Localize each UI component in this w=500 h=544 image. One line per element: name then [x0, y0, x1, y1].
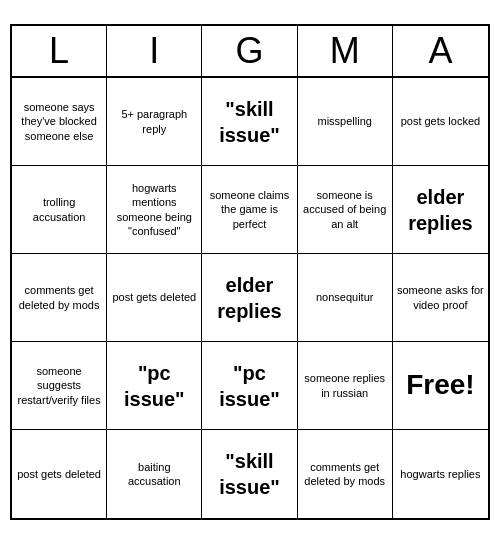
bingo-cell-22: "skill issue" — [202, 430, 297, 518]
bingo-cell-3: misspelling — [298, 78, 393, 166]
header-letter-l: L — [12, 26, 107, 76]
bingo-cell-5: trolling accusation — [12, 166, 107, 254]
bingo-cell-2: "skill issue" — [202, 78, 297, 166]
bingo-cell-0: someone says they've blocked someone els… — [12, 78, 107, 166]
bingo-cell-13: nonsequitur — [298, 254, 393, 342]
bingo-cell-6: hogwarts mentions someone being "confuse… — [107, 166, 202, 254]
bingo-grid: someone says they've blocked someone els… — [12, 78, 488, 518]
header-letter-i: I — [107, 26, 202, 76]
bingo-card: LIGMA someone says they've blocked someo… — [10, 24, 490, 520]
header-letter-m: M — [298, 26, 393, 76]
bingo-cell-21: baiting accusation — [107, 430, 202, 518]
bingo-cell-16: "pc issue" — [107, 342, 202, 430]
bingo-cell-18: someone replies in russian — [298, 342, 393, 430]
bingo-cell-9: elder replies — [393, 166, 488, 254]
header-letter-g: G — [202, 26, 297, 76]
bingo-cell-15: someone suggests restart/verify files — [12, 342, 107, 430]
bingo-cell-7: someone claims the game is perfect — [202, 166, 297, 254]
bingo-cell-8: someone is accused of being an alt — [298, 166, 393, 254]
header-row: LIGMA — [12, 26, 488, 78]
bingo-cell-10: comments get deleted by mods — [12, 254, 107, 342]
bingo-cell-23: comments get deleted by mods — [298, 430, 393, 518]
bingo-cell-11: post gets deleted — [107, 254, 202, 342]
header-letter-a: A — [393, 26, 488, 76]
bingo-cell-12: elder replies — [202, 254, 297, 342]
bingo-cell-14: someone asks for video proof — [393, 254, 488, 342]
bingo-cell-1: 5+ paragraph reply — [107, 78, 202, 166]
bingo-cell-4: post gets locked — [393, 78, 488, 166]
bingo-cell-20: post gets deleted — [12, 430, 107, 518]
bingo-cell-24: hogwarts replies — [393, 430, 488, 518]
bingo-cell-17: "pc issue" — [202, 342, 297, 430]
bingo-cell-19: Free! — [393, 342, 488, 430]
